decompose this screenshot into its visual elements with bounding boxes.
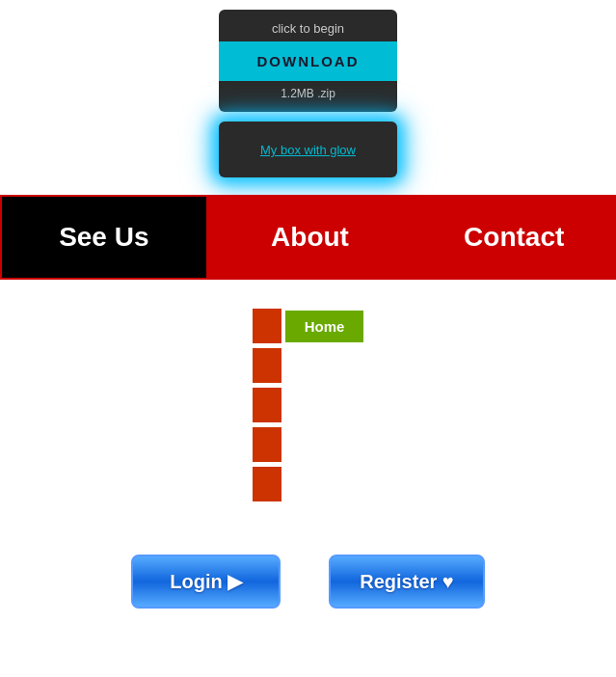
download-button[interactable]: DOWNLOAD — [219, 41, 397, 81]
glow-section: My box with glow — [0, 122, 616, 177]
menu-item-home[interactable]: Home — [285, 311, 364, 342]
nav-label-contact: Contact — [464, 222, 564, 253]
menu-indicator-3 — [253, 388, 281, 422]
sidebar-section: Home — [0, 309, 616, 501]
file-size-label: 1.2MB .zip — [219, 81, 397, 104]
download-box: click to begin DOWNLOAD 1.2MB .zip — [219, 10, 397, 112]
glow-box[interactable]: My box with glow — [219, 122, 397, 177]
auth-section: Login ▶ Register ♥ — [0, 555, 616, 609]
menu-indicator-2 — [253, 348, 281, 383]
menu-indicator-home — [253, 309, 281, 343]
login-button[interactable]: Login ▶ — [131, 555, 281, 609]
register-button[interactable]: Register ♥ — [329, 555, 484, 609]
menu-row-3 — [253, 388, 364, 422]
menu-row-5 — [253, 467, 364, 501]
nav-item-about[interactable]: About — [208, 195, 413, 280]
sidebar-menu: Home — [253, 309, 364, 501]
menu-indicator-4 — [253, 427, 281, 462]
nav-item-see-us[interactable]: See Us — [0, 195, 208, 280]
nav-item-contact[interactable]: Contact — [412, 195, 616, 280]
click-to-begin-label: click to begin — [219, 17, 397, 41]
menu-indicator-5 — [253, 467, 281, 501]
nav-label-about: About — [271, 222, 349, 253]
glow-box-link[interactable]: My box with glow — [260, 143, 356, 157]
nav-label-see-us: See Us — [59, 222, 148, 253]
menu-row-2 — [253, 348, 364, 383]
navigation-row: See Us About Contact — [0, 195, 616, 280]
download-section: click to begin DOWNLOAD 1.2MB .zip — [0, 10, 616, 112]
menu-row-home: Home — [253, 309, 364, 343]
menu-row-4 — [253, 427, 364, 462]
